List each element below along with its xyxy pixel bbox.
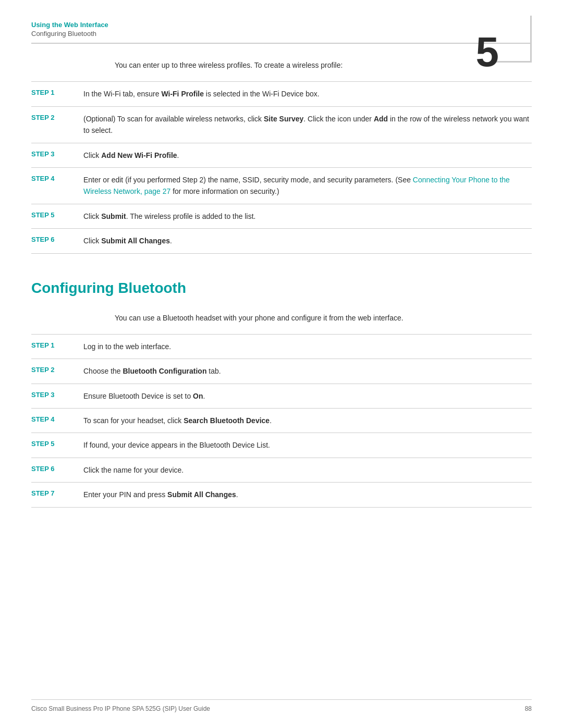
step-label: STEP 1 bbox=[31, 341, 73, 349]
step-label: STEP 4 bbox=[31, 174, 73, 182]
link-connecting-wireless[interactable]: Connecting Your Phone to the Wireless Ne… bbox=[83, 176, 510, 195]
step-label: STEP 2 bbox=[31, 113, 73, 121]
step-label: STEP 3 bbox=[31, 150, 73, 158]
step-label: STEP 1 bbox=[31, 88, 73, 96]
step-content: Enter or edit (if you performed Step 2) … bbox=[73, 174, 532, 198]
table-row: STEP 2 Choose the Bluetooth Configuratio… bbox=[31, 359, 532, 384]
step-content: Click Submit. The wireless profile is ad… bbox=[73, 211, 532, 222]
section2-heading: Configuring Bluetooth bbox=[31, 280, 532, 297]
step-label: STEP 7 bbox=[31, 489, 73, 497]
step-content: Log in to the web interface. bbox=[73, 341, 532, 352]
table-row: STEP 5 If found, your device appears in … bbox=[31, 433, 532, 458]
breadcrumb-top: Using the Web Interface bbox=[31, 21, 532, 29]
table-row: STEP 4 Enter or edit (if you performed S… bbox=[31, 168, 532, 204]
step-content: Ensure Bluetooth Device is set to On. bbox=[73, 390, 532, 402]
section1-steps: STEP 1 In the Wi-Fi tab, ensure Wi-Fi Pr… bbox=[31, 81, 532, 253]
chapter-number: 5 bbox=[476, 31, 499, 73]
step-content: Enter your PIN and press Submit All Chan… bbox=[73, 489, 532, 500]
step-content: Click the name for your device. bbox=[73, 464, 532, 476]
step-content: Choose the Bluetooth Configuration tab. bbox=[73, 365, 532, 377]
step-content: Click Add New Wi-Fi Profile. bbox=[73, 150, 532, 161]
page: Using the Web Interface Configuring Blue… bbox=[0, 0, 563, 728]
table-row: STEP 4 To scan for your headset, click S… bbox=[31, 409, 532, 433]
step-label: STEP 5 bbox=[31, 211, 73, 219]
table-row: STEP 6 Click Submit All Changes. bbox=[31, 229, 532, 253]
table-row: STEP 3 Ensure Bluetooth Device is set to… bbox=[31, 384, 532, 409]
step-content: If found, your device appears in the Blu… bbox=[73, 439, 532, 451]
header: Using the Web Interface Configuring Blue… bbox=[0, 0, 563, 38]
table-row: STEP 7 Enter your PIN and press Submit A… bbox=[31, 483, 532, 507]
footer: Cisco Small Business Pro IP Phone SPA 52… bbox=[31, 699, 532, 712]
step-content: In the Wi-Fi tab, ensure Wi-Fi Profile i… bbox=[73, 88, 532, 100]
table-row: STEP 2 (Optional) To scan for available … bbox=[31, 107, 532, 143]
table-row: STEP 3 Click Add New Wi-Fi Profile. bbox=[31, 143, 532, 168]
step-content: (Optional) To scan for available wireles… bbox=[73, 113, 532, 137]
step-label: STEP 3 bbox=[31, 390, 73, 399]
main-content: You can enter up to three wireless profi… bbox=[0, 59, 563, 508]
step-label: STEP 5 bbox=[31, 439, 73, 448]
step-label: STEP 6 bbox=[31, 235, 73, 243]
step-label: STEP 2 bbox=[31, 365, 73, 374]
step-content: To scan for your headset, click Search B… bbox=[73, 415, 532, 426]
footer-page: 88 bbox=[525, 705, 532, 712]
step-label: STEP 6 bbox=[31, 464, 73, 473]
table-row: STEP 1 In the Wi-Fi tab, ensure Wi-Fi Pr… bbox=[31, 82, 532, 106]
chapter-box: 5 bbox=[490, 16, 532, 63]
table-row: STEP 6 Click the name for your device. bbox=[31, 458, 532, 483]
step-content: Click Submit All Changes. bbox=[73, 235, 532, 246]
table-row: STEP 1 Log in to the web interface. bbox=[31, 335, 532, 359]
section2-steps: STEP 1 Log in to the web interface. STEP… bbox=[31, 334, 532, 508]
section2-intro: You can use a Bluetooth headset with you… bbox=[115, 312, 532, 324]
header-rule bbox=[31, 43, 532, 44]
breadcrumb: Using the Web Interface Configuring Blue… bbox=[31, 21, 532, 38]
step-label: STEP 4 bbox=[31, 415, 73, 423]
table-row: STEP 5 Click Submit. The wireless profil… bbox=[31, 204, 532, 229]
breadcrumb-sub: Configuring Bluetooth bbox=[31, 30, 532, 38]
footer-text: Cisco Small Business Pro IP Phone SPA 52… bbox=[31, 705, 210, 712]
section1-intro: You can enter up to three wireless profi… bbox=[115, 59, 532, 71]
